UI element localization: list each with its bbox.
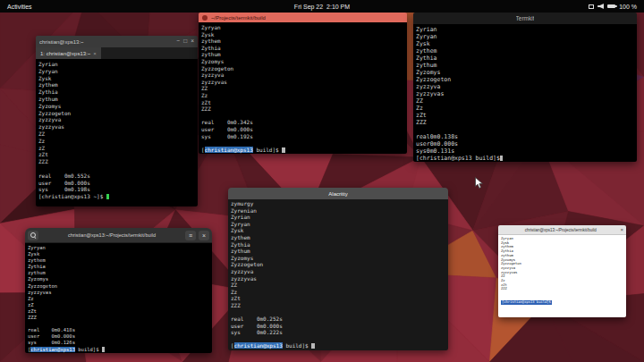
terminal-line: zZt (231, 295, 445, 302)
blank-line (231, 309, 445, 316)
terminal-line: user 0m0.000s (28, 333, 209, 340)
terminal-line: ZZZ (231, 302, 445, 309)
menu-button[interactable]: ≡ (185, 231, 196, 240)
search-button[interactable] (28, 231, 38, 240)
shell-prompt-highlighted: [christian@xps13 build]$ (501, 300, 552, 305)
terminal-line: Zyzzogeton (416, 76, 634, 83)
terminal-line: Zyrenian (231, 207, 445, 215)
terminal-line: Zyrian (231, 214, 445, 221)
headerbar[interactable]: christian@xps13:~/Projects/termkit/build… (25, 228, 212, 243)
terminal-line: ZZ (416, 97, 634, 105)
terminal-line: zyzzyvas (231, 275, 445, 282)
terminal-output[interactable]: ZyryanZyskzythemZythiazythumZyzomysZyzzo… (498, 235, 626, 317)
terminal-line: zythem (201, 38, 404, 45)
terminal-line: Zyzomys (416, 69, 634, 76)
titlebar[interactable]: ~/Projects/termkit/build (199, 13, 407, 22)
activities-button[interactable]: Activities (7, 4, 32, 10)
terminal-line: Zz (38, 138, 195, 145)
terminal-line: real 0m0.418s (28, 327, 209, 333)
terminal-line: zZt (28, 308, 209, 315)
terminal-line: Zyrian (38, 61, 195, 68)
terminal-line: zythum (28, 270, 209, 276)
terminal-line: Zyzomys (38, 103, 195, 110)
terminal-line: Zythia (416, 55, 634, 62)
terminal-line: zymurgy (231, 200, 445, 207)
terminal-output[interactable]: ZyryanZyskzythemZythiazythumZyzomysZyzzo… (199, 22, 407, 154)
terminal-line: zZt (201, 99, 404, 106)
clock[interactable]: Fri Sep 22 2:10 PM (294, 4, 350, 10)
terminal-line: ZZZ (38, 158, 195, 165)
terminal-output[interactable]: zymurgyZyrenianZyrianZyryanZyskzythemZyt… (228, 199, 448, 350)
terminal-line: Zz (416, 105, 634, 112)
terminal-line: zyzzyva (231, 268, 445, 275)
window-title: christian@xps13:~/Projects/termkit/build (501, 228, 620, 232)
terminal-line: Zysk (28, 251, 209, 257)
terminal-line: sys 0m0.192s (201, 133, 404, 140)
terminal-line: zythem (38, 81, 195, 88)
terminal-line: zyzzyvas (201, 79, 404, 86)
terminal-line: zyzzyva (416, 83, 634, 90)
prompt-user-highlight: christian@xps13 (234, 342, 283, 349)
tab-close-icon[interactable]: × (93, 51, 97, 56)
close-button[interactable]: × (199, 231, 209, 240)
blank-line (38, 165, 195, 173)
text-cursor (282, 147, 285, 153)
terminal-output[interactable]: ZyryanZyskzythemZythiazythumZyzomysZyzzo… (25, 243, 212, 353)
terminal-line: Zysk (201, 31, 404, 38)
terminal-line: zZt (38, 151, 195, 158)
titlebar[interactable]: Alacritty (228, 188, 448, 199)
prompt-user-highlight: christian@xps13 (30, 347, 75, 352)
terminal-line: Zyzzogeton (28, 283, 209, 290)
terminal-line: ZZZ (28, 315, 209, 321)
terminal-line: Zyzomys (28, 276, 209, 282)
terminal-line: zyzzyva (38, 116, 195, 123)
terminal-line: real 0m0.342s (201, 119, 404, 126)
window-title: Alacritty (328, 191, 347, 197)
shell-prompt: [christian@xps13 build]$ (231, 342, 445, 349)
terminal-line: zythum (416, 62, 634, 69)
text-cursor (106, 194, 110, 199)
terminal-line: zZt (416, 112, 634, 119)
terminal-line: Zyryan (201, 24, 404, 31)
close-icon: × (202, 232, 206, 239)
tab-terminal-1[interactable]: 1: christian@xps13:~ × (36, 47, 101, 59)
menu-icon: ≡ (189, 232, 192, 239)
terminal-line: zythem (416, 47, 634, 55)
titlebar[interactable]: Termkit (413, 13, 637, 24)
titlebar[interactable]: christian@xps13:~ − □ × (36, 36, 198, 47)
terminal-line: sys 0m0.198s (38, 186, 195, 193)
mouse-cursor (475, 177, 484, 189)
tab-label: 1: christian@xps13:~ (40, 51, 90, 56)
terminal-line: Zyryan (38, 68, 195, 75)
blank-line (201, 113, 404, 120)
close-icon[interactable]: × (191, 38, 194, 45)
blank-line (201, 139, 404, 147)
terminal-line: Zz (28, 296, 209, 302)
terminal-line: Zyzzogeton (38, 110, 195, 117)
window-title: christian@xps13:~ (39, 39, 84, 45)
terminal-line: Zz (201, 92, 404, 99)
blank-line (231, 336, 445, 343)
system-tray[interactable]: 100 % (589, 4, 637, 10)
tab-bar: 1: christian@xps13:~ × (36, 47, 198, 59)
terminal-line: Zythia (231, 241, 445, 248)
volume-icon (597, 4, 604, 9)
minimize-icon[interactable]: − (176, 38, 180, 45)
window-terminal-tabbed: christian@xps13:~ − □ × 1: christian@xps… (36, 36, 198, 206)
terminal-output[interactable]: ZyrianZyryanZyskzythemZythiazythumZyzomy… (413, 24, 637, 162)
terminal-line: real 0m0.252s (231, 316, 445, 323)
terminal-line: zythum (38, 96, 195, 103)
terminal-line: zythum (231, 248, 445, 255)
terminal-line: Zythia (38, 88, 195, 96)
terminal-line: real0m0.138s (416, 133, 634, 140)
shell-prompt: [christian@xps13 build]$ (201, 147, 404, 154)
terminal-line: Zysk (231, 227, 445, 234)
terminal-line: zyzzyvas (28, 290, 209, 296)
terminal-line: ZZ (201, 85, 404, 92)
prompt-user-highlight: christian@xps13 (205, 147, 253, 153)
close-icon[interactable]: × (620, 227, 623, 232)
terminal-output[interactable]: ZyrianZyryanZyskzythemZythiazythumZyzomy… (36, 59, 198, 206)
maximize-icon[interactable]: □ (183, 38, 187, 45)
titlebar[interactable]: christian@xps13:~/Projects/termkit/build… (498, 225, 626, 235)
battery-percent: 100 % (619, 4, 637, 10)
